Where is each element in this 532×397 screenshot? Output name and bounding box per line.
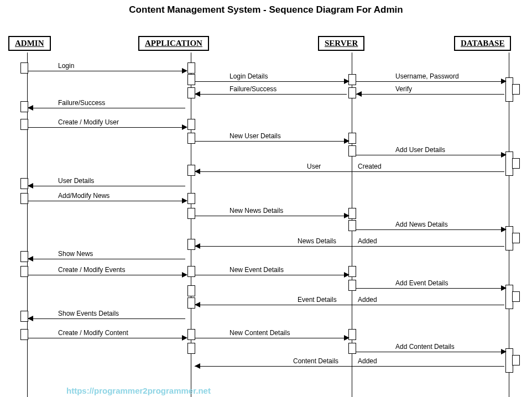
participant-server: SERVER (318, 36, 364, 51)
arrow (195, 246, 504, 247)
arrow (195, 366, 504, 367)
arrow (356, 288, 504, 289)
msg-new-content-details: New Content Details (230, 329, 290, 337)
activation (187, 193, 195, 204)
arrow (195, 81, 347, 82)
activation (20, 311, 28, 322)
participant-database: DATABASE (454, 36, 511, 51)
activation (20, 193, 28, 204)
arrowhead (344, 272, 350, 278)
arrow (28, 108, 185, 108)
arrow (195, 141, 347, 142)
activation (187, 266, 195, 277)
arrowhead (182, 124, 187, 130)
msg-failure-success-2: Failure/Success (58, 99, 105, 107)
participant-application: APPLICATION (138, 36, 209, 51)
activation (348, 280, 356, 291)
msg-add-event-details: Add Event Details (395, 279, 448, 287)
arrow (28, 71, 185, 71)
arrow (28, 318, 185, 319)
activation (348, 74, 356, 85)
arrowhead (501, 349, 507, 354)
arrowhead (344, 79, 350, 84)
msg-event-details: Event Details (298, 296, 337, 304)
msg-create-modify-user: Create / Modify User (58, 118, 119, 126)
activation (20, 119, 28, 130)
activation (187, 62, 195, 74)
msg-added-2: Added (358, 296, 377, 304)
activation (512, 355, 520, 365)
arrow (28, 275, 185, 275)
activation (348, 145, 356, 156)
activation (348, 133, 356, 144)
arrow (195, 305, 504, 305)
arrowhead (182, 198, 187, 203)
msg-username-password: Username, Password (395, 72, 459, 80)
msg-login-details: Login Details (230, 72, 268, 80)
activation (187, 208, 195, 219)
arrowhead (28, 256, 33, 262)
arrowhead (344, 213, 350, 218)
arrowhead (501, 79, 507, 84)
msg-content-details: Content Details (293, 357, 338, 365)
activation (187, 297, 195, 309)
arrow (28, 201, 185, 201)
arrow (356, 229, 504, 230)
activation (20, 329, 28, 340)
activation (187, 119, 195, 130)
arrow (356, 81, 504, 82)
activation (348, 329, 356, 340)
arrowhead (182, 272, 187, 278)
arrow (28, 259, 185, 259)
msg-user-details: User Details (58, 177, 94, 185)
msg-login: Login (58, 62, 74, 70)
arrow (356, 352, 504, 352)
arrow (356, 94, 504, 95)
activation (187, 343, 195, 354)
activation (20, 62, 28, 74)
arrowhead (195, 302, 200, 307)
arrowhead (344, 138, 350, 144)
activation (20, 251, 28, 262)
arrowhead (182, 335, 187, 341)
msg-news-details: News Details (298, 237, 336, 245)
activation (187, 285, 195, 296)
activation (512, 84, 520, 95)
msg-failure-success-1: Failure/Success (230, 85, 277, 93)
arrow (28, 338, 185, 338)
activation (512, 158, 520, 169)
msg-verify: Verify (395, 85, 412, 93)
arrow (195, 338, 347, 338)
arrowhead (501, 152, 507, 158)
msg-add-content-details: Add Content Details (395, 343, 455, 351)
lifeline-database (509, 53, 509, 397)
arrow (28, 186, 185, 186)
arrowhead (182, 68, 187, 74)
participant-admin: ADMIN (8, 36, 51, 51)
activation (20, 101, 28, 112)
msg-new-news-details: New News Details (230, 207, 283, 215)
activation (187, 133, 195, 144)
arrowhead (28, 316, 33, 321)
arrowhead (501, 285, 507, 291)
activation (20, 178, 28, 189)
msg-show-news: Show News (58, 250, 93, 258)
arrowhead (195, 91, 200, 97)
arrowhead (195, 243, 200, 249)
msg-show-events-details: Show Events Details (58, 310, 119, 317)
activation (187, 165, 195, 176)
msg-add-user-details: Add User Details (395, 146, 445, 154)
activation (348, 266, 356, 277)
msg-new-event-details: New Event Details (230, 266, 284, 274)
arrow (356, 155, 504, 155)
activation (512, 291, 520, 302)
msg-added-1: Added (358, 237, 377, 245)
arrowhead (28, 105, 33, 111)
activation (20, 266, 28, 277)
msg-created: Created (358, 163, 382, 170)
arrowhead (344, 335, 350, 341)
arrowhead (501, 227, 507, 232)
arrowhead (195, 169, 200, 174)
activation (187, 87, 195, 98)
msg-add-modify-news: Add/Modify News (58, 192, 109, 200)
